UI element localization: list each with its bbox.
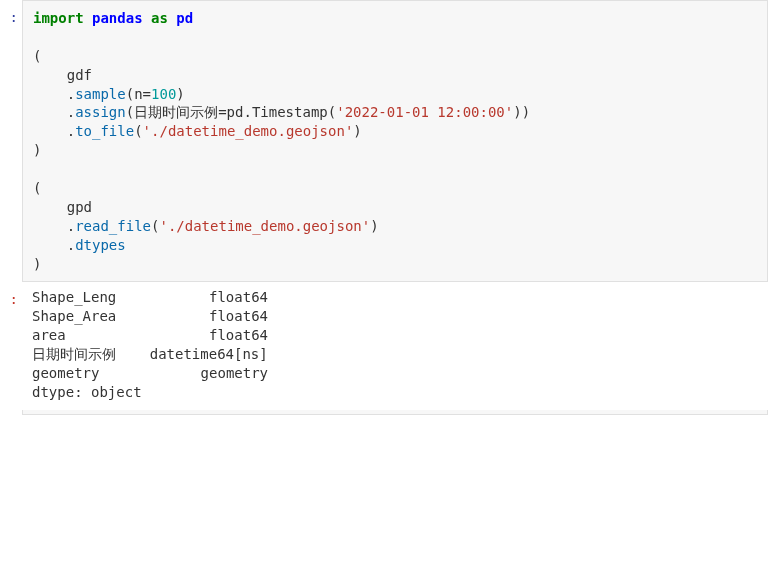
arg-datetime-col: 日期时间示例 [134, 104, 218, 120]
output-text-area[interactable]: Shape_Leng float64 Shape_Area float64 ar… [22, 282, 768, 409]
str-path-1: './datetime_demo.geojson' [143, 123, 354, 139]
paren: ) [176, 86, 184, 102]
keyword-import: import [33, 10, 84, 26]
code-input-area[interactable]: import pandas as pd ( gdf .sample(n=100)… [22, 0, 768, 282]
indent: . [33, 104, 75, 120]
paren: ( [328, 104, 336, 120]
blank-prompt [0, 410, 22, 418]
indent: . [33, 123, 75, 139]
ident-gdf: gdf [33, 67, 92, 83]
keyword-as: as [151, 10, 168, 26]
paren: ) [513, 104, 521, 120]
arg-n: n [134, 86, 142, 102]
blank-cell [0, 410, 768, 418]
paren: ( [134, 123, 142, 139]
val-100: 100 [151, 86, 176, 102]
eq: = [143, 86, 151, 102]
paren: ( [126, 86, 134, 102]
str-path-2: './datetime_demo.geojson' [159, 218, 370, 234]
dtype-row: Shape_Leng float64 [32, 289, 268, 305]
eq: = [218, 104, 226, 120]
fn-to-file: to_file [75, 123, 134, 139]
paren: ) [353, 123, 361, 139]
fn-read-file: read_file [75, 218, 151, 234]
open-paren-1: ( [33, 48, 41, 64]
fn-assign: assign [75, 104, 126, 120]
dtype-footer: dtype: object [32, 384, 142, 400]
indent: . [33, 237, 75, 253]
pd-timestamp: pd.Timestamp [227, 104, 328, 120]
input-cell: : import pandas as pd ( gdf .sample(n=10… [0, 0, 768, 282]
paren: ( [126, 104, 134, 120]
close-paren-1: ) [33, 142, 41, 158]
str-timestamp: '2022-01-01 12:00:00' [336, 104, 513, 120]
output-cell: : Shape_Leng float64 Shape_Area float64 … [0, 282, 768, 409]
input-prompt: : [0, 0, 22, 282]
module-pandas: pandas [92, 10, 143, 26]
indent: . [33, 218, 75, 234]
blank-strip [22, 410, 768, 415]
close-paren-2: ) [33, 256, 41, 272]
ident-gpd: gpd [33, 199, 92, 215]
alias-pd: pd [176, 10, 193, 26]
paren: ) [522, 104, 530, 120]
paren: ) [370, 218, 378, 234]
fn-sample: sample [75, 86, 126, 102]
dtype-row: 日期时间示例 datetime64[ns] [32, 346, 268, 362]
attr-dtypes: dtypes [75, 237, 126, 253]
open-paren-2: ( [33, 180, 41, 196]
dtype-row: area float64 [32, 327, 268, 343]
dtype-row: Shape_Area float64 [32, 308, 268, 324]
output-prompt: : [0, 282, 22, 409]
indent: . [33, 86, 75, 102]
dtype-row: geometry geometry [32, 365, 268, 381]
